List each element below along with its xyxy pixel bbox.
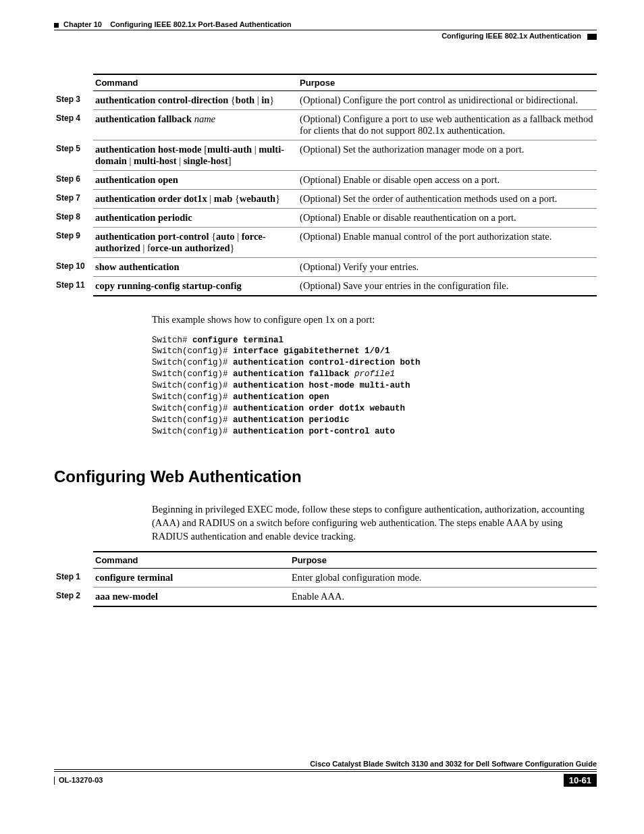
table-row: Step 10 show authentication (Optional) V… <box>54 258 597 277</box>
col-command-header: Command <box>93 74 298 91</box>
purpose-cell: (Optional) Enable or disable reauthentic… <box>298 209 597 228</box>
section-header: Configuring IEEE 802.1x Authentication <box>54 32 597 40</box>
command-table-2: Command Purpose Step 1 configure termina… <box>54 551 597 607</box>
step-label: Step 5 <box>54 140 93 171</box>
command-cell: authentication open <box>93 171 298 190</box>
step-label: Step 9 <box>54 228 93 258</box>
command-cell: configure terminal <box>93 569 290 588</box>
step-label: Step 11 <box>54 277 93 296</box>
table-row: Step 2 aaa new-model Enable AAA. <box>54 588 597 607</box>
step-label: Step 8 <box>54 209 93 228</box>
chapter-number: Chapter 10 <box>63 20 102 28</box>
col-purpose-header: Purpose <box>290 552 597 569</box>
command-cell: authentication order dot1x | mab {webaut… <box>93 190 298 209</box>
section-marker-icon <box>587 34 597 40</box>
step-label: Step 6 <box>54 171 93 190</box>
table-row: Step 11 copy running-config startup-conf… <box>54 277 597 296</box>
command-cell: copy running-config startup-config <box>93 277 298 296</box>
section-heading: Configuring Web Authentication <box>54 467 597 486</box>
purpose-cell: (Optional) Enable or disable open access… <box>298 171 597 190</box>
step-header-blank <box>54 552 93 569</box>
footer-guide-title: Cisco Catalyst Blade Switch 3130 and 303… <box>54 760 597 770</box>
step-label: Step 10 <box>54 258 93 277</box>
table-row: Step 3 authentication control-direction … <box>54 91 597 110</box>
col-command-header: Command <box>93 552 290 569</box>
step-label: Step 7 <box>54 190 93 209</box>
purpose-cell: (Optional) Configure the port control as… <box>298 91 597 110</box>
table-row: Step 7 authentication order dot1x | mab … <box>54 190 597 209</box>
page-number: 10-61 <box>564 774 597 787</box>
command-table-1: Command Purpose Step 3 authentication co… <box>54 74 597 296</box>
table-row: Step 1 configure terminal Enter global c… <box>54 569 597 588</box>
command-cell: authentication periodic <box>93 209 298 228</box>
command-cell: authentication control-direction {both |… <box>93 91 298 110</box>
section-title: Configuring IEEE 802.1x Authentication <box>441 32 581 40</box>
table-row: Step 8 authentication periodic (Optional… <box>54 209 597 228</box>
table-row: Step 5 authentication host-mode [multi-a… <box>54 140 597 171</box>
page-footer: Cisco Catalyst Blade Switch 3130 and 303… <box>54 760 597 787</box>
step-header-blank <box>54 74 93 91</box>
header-marker-icon <box>54 23 59 28</box>
command-cell: authentication fallback name <box>93 110 298 140</box>
purpose-cell: (Optional) Set the order of authenticati… <box>298 190 597 209</box>
command-cell: authentication port-control {auto | forc… <box>93 228 298 258</box>
col-purpose-header: Purpose <box>298 74 597 91</box>
purpose-cell: (Optional) Verify your entries. <box>298 258 597 277</box>
example-intro: This example shows how to configure open… <box>152 313 590 327</box>
chapter-title: Configuring IEEE 802.1x Port-Based Authe… <box>110 20 292 28</box>
table-row: Step 6 authentication open (Optional) En… <box>54 171 597 190</box>
purpose-cell: (Optional) Configure a port to use web a… <box>298 110 597 140</box>
step-label: Step 1 <box>54 569 93 588</box>
purpose-cell: (Optional) Set the authorization manager… <box>298 140 597 171</box>
purpose-cell: Enable AAA. <box>290 588 597 607</box>
footer-docid: OL-13270-03 <box>59 776 103 784</box>
command-cell: authentication host-mode [multi-auth | m… <box>93 140 298 171</box>
table-row: Step 9 authentication port-control {auto… <box>54 228 597 258</box>
command-cell: show authentication <box>93 258 298 277</box>
step-label: Step 2 <box>54 588 93 607</box>
code-example: Switch# configure terminal Switch(config… <box>152 335 590 438</box>
step-label: Step 4 <box>54 110 93 140</box>
command-cell: aaa new-model <box>93 588 290 607</box>
purpose-cell: (Optional) Save your entries in the conf… <box>298 277 597 296</box>
chapter-header: Chapter 10 Configuring IEEE 802.1x Port-… <box>54 20 597 30</box>
purpose-cell: (Optional) Enable manual control of the … <box>298 228 597 258</box>
purpose-cell: Enter global configuration mode. <box>290 569 597 588</box>
section-intro: Beginning in privileged EXEC mode, follo… <box>152 503 590 543</box>
table-row: Step 4 authentication fallback name (Opt… <box>54 110 597 140</box>
step-label: Step 3 <box>54 91 93 110</box>
